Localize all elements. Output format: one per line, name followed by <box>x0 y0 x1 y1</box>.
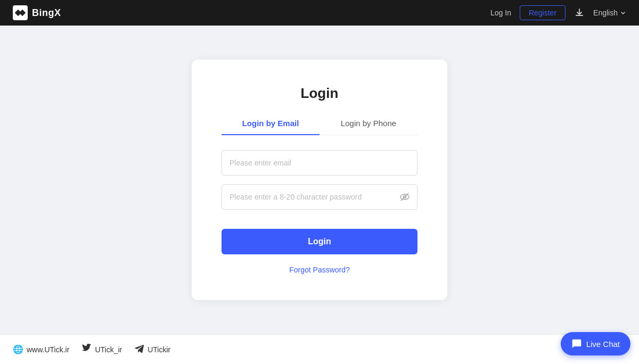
register-button[interactable]: Register <box>520 5 566 20</box>
tab-email[interactable]: Login by Email <box>222 119 320 135</box>
twitter-label: UTick_ir <box>95 345 122 354</box>
language-label: English <box>593 9 618 17</box>
telegram-link[interactable]: UTickir <box>135 344 170 355</box>
forgot-password-link[interactable]: Forgot Password? <box>289 266 350 274</box>
email-input[interactable] <box>222 150 417 176</box>
twitter-link[interactable]: UTick_ir <box>82 344 122 355</box>
chat-bubble-icon <box>571 338 582 349</box>
language-selector[interactable]: English <box>593 9 626 17</box>
logo-text: BingX <box>32 7 61 19</box>
live-chat-label: Live Chat <box>586 340 620 349</box>
footer: 🌐 www.UTick.ir UTick_ir UTickir <box>0 334 639 364</box>
toggle-password-icon[interactable] <box>399 192 410 202</box>
tab-phone[interactable]: Login by Phone <box>320 119 417 135</box>
login-button[interactable]: Login <box>222 229 417 254</box>
header: BingX Log In Register English <box>0 0 639 26</box>
tab-bar: Login by Email Login by Phone <box>222 119 417 135</box>
main-content: Login Login by Email Login by Phone Logi… <box>0 26 639 334</box>
download-icon[interactable] <box>574 7 585 18</box>
live-chat-button[interactable]: Live Chat <box>561 332 630 355</box>
telegram-label: UTickir <box>148 345 170 354</box>
password-field-group <box>222 184 417 210</box>
header-right: Log In Register English <box>490 5 626 20</box>
footer-links: 🌐 www.UTick.ir UTick_ir UTickir <box>13 344 170 355</box>
website-label: www.UTick.ir <box>27 345 69 354</box>
website-link[interactable]: 🌐 www.UTick.ir <box>13 344 69 354</box>
forgot-password: Forgot Password? <box>222 265 417 275</box>
email-field-group <box>222 150 417 176</box>
login-link[interactable]: Log In <box>490 9 511 17</box>
logo[interactable]: BingX <box>13 5 61 20</box>
telegram-icon <box>135 344 144 355</box>
password-input[interactable] <box>222 184 417 210</box>
twitter-icon <box>82 344 92 355</box>
globe-icon: 🌐 <box>13 344 23 354</box>
login-card: Login Login by Email Login by Phone Logi… <box>192 60 447 300</box>
login-title: Login <box>222 85 417 102</box>
